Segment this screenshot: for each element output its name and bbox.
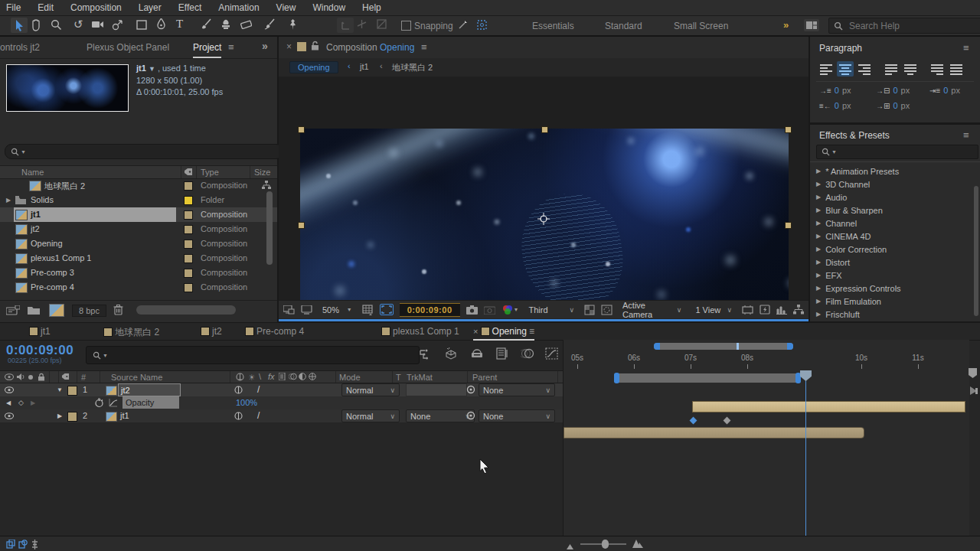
camera-dropdown[interactable]: Active Camera∨ <box>619 303 685 317</box>
layer-name-edit-box[interactable]: jt2 <box>118 383 181 396</box>
search-options-chevron-icon[interactable]: ▼ <box>831 149 837 155</box>
project-search-box[interactable]: ▼ <box>5 144 283 159</box>
column-mode[interactable]: Mode <box>339 373 361 382</box>
resolution-dropdown[interactable]: Third∨ <box>524 303 578 317</box>
column-parent[interactable]: Parent <box>472 373 497 382</box>
primary-viewer-icon[interactable] <box>301 305 312 315</box>
layer-label-swatch[interactable] <box>67 386 77 396</box>
always-preview-icon[interactable] <box>283 305 295 315</box>
work-area-bar[interactable] <box>614 373 801 383</box>
label-swatch[interactable] <box>184 240 193 249</box>
menu-file[interactable]: File <box>6 2 21 13</box>
layer-handle[interactable] <box>785 126 792 133</box>
effects-title[interactable]: Effects & Presets <box>819 130 890 141</box>
paragraph-panel-menu-icon[interactable]: ≡ <box>963 42 969 54</box>
expander-icon[interactable]: ▶ <box>816 168 821 174</box>
column-type[interactable]: Type <box>201 168 219 177</box>
view-layout-dropdown[interactable]: 1 View∨ <box>691 303 736 317</box>
zoom-tool-icon[interactable] <box>51 19 62 31</box>
effects-panel-menu-icon[interactable]: ≡ <box>963 129 969 141</box>
timeline-tab-earth[interactable]: 地球黑白 2 <box>103 326 159 339</box>
toggle-mask-icon[interactable] <box>601 305 612 315</box>
column-name[interactable]: Name <box>21 168 44 177</box>
pen-tool-icon[interactable] <box>156 18 166 31</box>
effects-category-channel[interactable]: ▶Channel <box>816 217 969 230</box>
label-swatch[interactable] <box>184 196 193 205</box>
menu-help[interactable]: Help <box>362 2 381 13</box>
text-tool-icon[interactable]: T <box>176 18 183 31</box>
motion-blur-icon[interactable] <box>521 348 534 359</box>
crumb-jt1[interactable]: jt1 <box>360 62 369 71</box>
justify-all-button[interactable] <box>948 61 965 77</box>
playhead-line[interactable] <box>805 373 806 536</box>
trash-icon[interactable] <box>113 304 123 315</box>
indent-left-field[interactable]: →≡ 0px <box>819 86 851 95</box>
graph-editor-icon[interactable] <box>545 347 558 360</box>
stopwatch-icon[interactable] <box>95 398 103 408</box>
close-icon[interactable]: × <box>286 41 292 52</box>
selection-tool-icon[interactable] <box>11 18 28 33</box>
work-area-start-handle[interactable] <box>614 373 619 383</box>
mask-feather-icon[interactable] <box>476 19 488 31</box>
roto-brush-tool-icon[interactable] <box>263 18 276 31</box>
opacity-value[interactable]: 100% <box>236 398 257 407</box>
hand-tool-icon[interactable] <box>31 19 42 31</box>
snap-edges-icon[interactable] <box>458 19 469 30</box>
expander-icon[interactable]: ▼ <box>57 386 63 393</box>
comp-marker-bin-icon[interactable] <box>968 367 978 379</box>
expand-transfer-controls-icon[interactable] <box>18 540 28 549</box>
timeline-tab-jt2[interactable]: jt2 <box>201 326 222 337</box>
brush-tool-icon[interactable] <box>201 18 211 31</box>
effects-category-animation-presets[interactable]: ▶* Animation Presets <box>816 165 969 178</box>
camera-tool-icon[interactable] <box>92 20 104 29</box>
workspace-standard[interactable]: Standard <box>605 21 642 31</box>
search-options-chevron-icon[interactable]: ▼ <box>103 353 108 358</box>
project-row-opening[interactable]: Opening Composition <box>0 236 277 251</box>
tab-project[interactable]: Project <box>193 42 221 58</box>
layer-label-swatch[interactable] <box>67 412 77 422</box>
menu-composition[interactable]: Composition <box>70 2 122 13</box>
composition-mini-flowchart-icon[interactable] <box>420 349 432 360</box>
tab-effect-controls[interactable]: ontrols jt2 <box>0 42 40 53</box>
quality-switch-icon[interactable]: / <box>257 384 260 395</box>
interpret-footage-icon[interactable] <box>6 305 20 315</box>
comp-panel-menu-icon[interactable]: ≡ <box>421 41 427 53</box>
menu-effect[interactable]: Effect <box>178 2 201 13</box>
align-center-button[interactable] <box>837 61 854 77</box>
workspace-essentials[interactable]: Essentials <box>532 21 574 31</box>
workspace-bar-icon[interactable] <box>804 19 819 31</box>
navigator-end-handle[interactable] <box>787 343 793 350</box>
label-swatch[interactable] <box>184 210 193 220</box>
menu-layer[interactable]: Layer <box>139 2 162 13</box>
shape-tool-icon[interactable] <box>136 20 147 30</box>
expander-icon[interactable]: ▶ <box>57 412 62 419</box>
region-of-interest-icon[interactable] <box>380 304 394 315</box>
effects-category-efx[interactable]: ▶EFX <box>816 269 969 282</box>
expander-icon[interactable]: ▶ <box>816 194 821 201</box>
crumb-earth[interactable]: 地球黑白 2 <box>392 62 433 73</box>
bpc-button[interactable]: 8 bpc <box>72 305 106 317</box>
eye-icon[interactable] <box>5 412 14 419</box>
label-swatch[interactable] <box>184 181 193 191</box>
opacity-chip[interactable]: Opacity <box>122 396 179 409</box>
trkmat-dropdown[interactable]: None∨ <box>406 409 475 422</box>
zoom-out-mountain-icon[interactable] <box>567 542 573 551</box>
project-scrollbar[interactable] <box>266 191 273 265</box>
expander-icon[interactable]: ▶ <box>816 298 821 305</box>
crumb-opening[interactable]: Opening <box>289 61 338 73</box>
project-row-jt2[interactable]: jt2 Composition <box>0 222 277 236</box>
shy-switch-icon[interactable] <box>234 412 243 420</box>
layer-handle[interactable] <box>298 126 305 133</box>
effects-category-3d-channel[interactable]: ▶3D Channel <box>816 178 969 191</box>
graph-toggle-icon[interactable] <box>109 399 118 407</box>
effects-category-distort[interactable]: ▶Distort <box>816 256 969 269</box>
layer-handle[interactable] <box>785 222 792 229</box>
menu-view[interactable]: View <box>276 2 296 13</box>
mini-flowchart-icon[interactable] <box>793 305 804 315</box>
label-swatch[interactable] <box>184 225 193 234</box>
shy-icon[interactable] <box>470 349 484 358</box>
label-swatch[interactable] <box>184 254 193 263</box>
snapping-checkbox[interactable] <box>401 21 411 31</box>
comp-tab-name[interactable]: Opening <box>380 42 414 53</box>
frame-blending-icon[interactable] <box>496 347 508 360</box>
